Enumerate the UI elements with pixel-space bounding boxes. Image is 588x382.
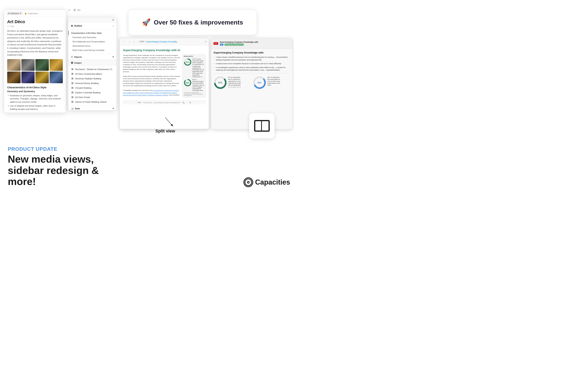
stat-donut-1: 97% <box>184 58 191 66</box>
split-icon-inner <box>254 120 270 132</box>
definition-label: Definition <box>10 12 19 15</box>
outline-grid-icon: ⊞ <box>71 24 73 27</box>
images-icon: 🖼 <box>71 62 73 64</box>
headline-line2: sidebar redesign & more! <box>8 165 99 187</box>
img-thumb-icon: 🖼 <box>71 68 74 71</box>
svg-text:97% of respondents agree: 97% of respondents agree <box>228 77 241 78</box>
img-thumb-icon-6: 🖼 <box>71 96 74 99</box>
collections-link[interactable]: 🔒 Collections <box>24 12 38 15</box>
doc-content: Art Déco 🏷 Tags Art Déco, an influential… <box>4 17 66 112</box>
image-item-label-3: General Electric Building <box>75 82 99 85</box>
stats-section-header[interactable]: 📊 Stats ▾ <box>68 106 116 110</box>
images-label: Images <box>74 62 82 64</box>
tags-placeholder: Tags <box>10 25 14 27</box>
outline-item-2[interactable]: Rich Materials and Ornamentation <box>68 40 116 44</box>
doc-image-1 <box>7 59 21 71</box>
image-item-0[interactable]: 🖼 Bucharest - Strada Ion Câmpineanu 11 <box>68 67 116 72</box>
image-item-label-7: Interior of Fisher Building, Detroit <box>75 101 106 103</box>
split-bullet-1: A startup loses out to competition becau… <box>213 63 290 65</box>
image-item-label-1: Art Déco ornamental pattern <box>75 73 102 75</box>
doc-image-3 <box>35 59 49 71</box>
pdf-zoom-icon[interactable]: 🔍 <box>182 102 185 104</box>
objects-cube-icon: ⬡ <box>71 56 73 58</box>
stat-text-1: 97% of survey respondents agree that it'… <box>192 58 204 78</box>
subsection-title: Geometry and Symmetry <box>7 90 63 93</box>
doc-image-8 <box>50 72 63 83</box>
split-bullet-0: A team misses a deadline because it has … <box>213 56 290 61</box>
outline-item-1[interactable]: Geometry and Symmetry <box>68 35 116 40</box>
split-view-text: Split view <box>155 128 175 134</box>
svg-text:that using artificial intellig: that using artificial intelligence <box>267 79 280 80</box>
tags-icon: 🏷 <box>7 25 9 27</box>
bullet-1: Emphasis on geometric shapes, sharp edge… <box>7 94 63 104</box>
split-doc-label: Supercharging Company Knowledge with <box>220 41 258 43</box>
fixes-banner: 🚀 Over 50 fixes & improvements <box>128 10 257 35</box>
stat-row-1: 97% 97% of survey respondents agree that… <box>184 58 204 78</box>
svg-text:(AI) can make managing: (AI) can make managing <box>267 81 280 82</box>
outline-content: Characteristics of Art Déco Style Geomet… <box>68 29 116 54</box>
image-item-2[interactable]: 🖼 American Radiator Building <box>68 76 116 81</box>
pdf-download-icon[interactable]: ⬇ <box>189 102 191 104</box>
image-item-4[interactable]: 🖼 Chrysler Building <box>68 85 116 90</box>
art-deco-doc-panel: ⊞ Definition ▾ 🔒 Collections Art Déco 🏷 … <box>4 10 66 113</box>
svg-text:88% of respondents agree: 88% of respondents agree <box>267 77 280 78</box>
img-thumb-icon-7: 🖼 <box>71 101 74 103</box>
pdf-share-icon[interactable]: ↑ <box>187 102 188 104</box>
split-view-annotation: Split view <box>154 111 177 134</box>
outline-item-0[interactable]: Characteristics of Art Déco Style <box>68 31 116 35</box>
pdf-close-icon[interactable]: ✕ <box>205 41 207 43</box>
objects-section[interactable]: ⬡ Objects ▾ <box>68 54 116 60</box>
bullet-2: Use of stepped and tiered shapes, often … <box>7 104 63 111</box>
image-item-1[interactable]: 🖼 Art Déco ornamental pattern <box>68 72 116 76</box>
pdf-highlights-box: HIGHLIGHTS 97% 97% of survey respondents… <box>182 54 206 97</box>
fixes-text: Over 50 fixes & improvements <box>154 19 243 26</box>
outline-title: Outline <box>74 24 82 27</box>
img-thumb-icon-2: 🖼 <box>71 77 74 80</box>
image-item-3[interactable]: 🖼 General Electric Building <box>68 81 116 85</box>
image-item-label-5: Eastern Columbia Building <box>75 91 101 94</box>
doc-body: Art Déco, an influential visual arts des… <box>7 29 63 57</box>
definition-tag[interactable]: ⊞ Definition ▾ <box>6 11 23 15</box>
doc-image-7 <box>35 72 49 83</box>
outline-title-row: ⊞ Outline <box>71 24 82 27</box>
outline-item-3[interactable]: Streamlined Forms <box>68 44 116 48</box>
image-item-label-6: Art Déco Poster <box>75 96 90 98</box>
split-main-title: Supercharging Company Knowledge with <box>213 51 290 54</box>
image-item-5[interactable]: 🖼 Eastern Columbia Building <box>68 90 116 95</box>
settings-icon[interactable]: ⚙ <box>73 8 76 12</box>
svg-text:organizational knowledge: organizational knowledge <box>267 83 280 84</box>
outline-chevron-icon[interactable]: ▾ <box>113 25 114 27</box>
split-tags: AI Knowledge Management <box>220 43 258 46</box>
pdf-forward-button[interactable]: → <box>127 40 131 43</box>
pdf-home-button[interactable]: ⌂ <box>132 40 136 43</box>
image-item-6[interactable]: 🖼 Art Déco Poster <box>68 95 116 100</box>
split-pdf-badge: PDF <box>213 42 218 45</box>
img-thumb-icon-5: 🖼 <box>71 91 74 94</box>
stat-text-2: 88% of respondents agree that using arti… <box>192 79 204 91</box>
outline-item-4[interactable]: Bold Colors and Strong Contrasts <box>68 48 116 52</box>
tag-ai: AI <box>220 43 224 46</box>
settings-small-icon[interactable]: ⊞ <box>112 19 114 21</box>
doc-tags-row[interactable]: 🏷 Tags <box>7 25 63 27</box>
doc-image-6 <box>21 72 35 83</box>
images-section[interactable]: 🖼 Images <box>68 60 116 66</box>
stat-donut-2: 88% <box>184 79 191 86</box>
pdf-highlights-container: HIGHLIGHTS 97% 97% of survey respondents… <box>123 54 206 99</box>
doc-toolbar: ⊞ Definition ▾ 🔒 Collections <box>4 10 66 17</box>
pdf-back-button[interactable]: ← <box>122 40 126 43</box>
image-item-7[interactable]: 🖼 Interior of Fisher Building, Detroit <box>68 100 116 104</box>
capacities-name: Capacities <box>255 178 290 186</box>
svg-point-25 <box>248 182 249 183</box>
image-item-label-0: Bucharest - Strada Ion Câmpineanu 11 <box>75 68 112 70</box>
capacities-logo: Capacities <box>243 177 290 187</box>
more-icon[interactable]: ••• <box>77 8 81 12</box>
images-icon-row: 🖼 Images <box>71 62 82 64</box>
definition-chevron: ▾ <box>20 12 21 15</box>
product-update-section: PRODUCT UPDATE New media views, sidebar … <box>4 133 125 191</box>
split-icon-right <box>262 121 269 130</box>
pdf-footer: Public Survey — Supercharging Company Kn… <box>143 102 180 103</box>
doc-image-4 <box>50 59 63 71</box>
expand-icon[interactable]: ⤢ <box>68 8 71 12</box>
pdf-page-title: Supercharging Company Knowledge with AI <box>123 48 206 52</box>
outline-top-bar: ⊞ <box>68 17 116 22</box>
